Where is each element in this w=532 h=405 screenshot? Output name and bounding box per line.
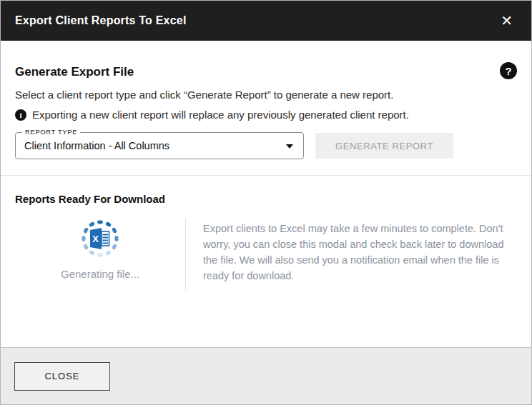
close-icon[interactable]: ✕	[496, 11, 517, 31]
generate-report-button[interactable]: GENERATE REPORT	[315, 133, 453, 159]
excel-loading-spinner-icon: X	[81, 219, 119, 258]
export-message: Export clients to Excel may take a few m…	[203, 218, 511, 291]
report-type-value: Client Information - All Columns	[24, 140, 169, 151]
help-icon[interactable]: ?	[500, 62, 517, 79]
report-type-label: REPORT TYPE	[22, 128, 80, 136]
generate-export-section: Generate Export File ? Select a client r…	[1, 41, 531, 159]
generate-export-heading: Generate Export File	[15, 62, 134, 79]
modal-title: Export Client Reports To Excel	[15, 14, 187, 27]
svg-text:X: X	[92, 234, 99, 244]
modal-header: Export Client Reports To Excel ✕	[1, 1, 531, 41]
generating-status-text: Generating file...	[61, 268, 139, 280]
reports-download-section: Reports Ready For Download	[1, 176, 531, 291]
vertical-divider	[185, 218, 186, 291]
chevron-down-icon	[286, 144, 293, 149]
generate-description: Select a client report type and click “G…	[15, 89, 517, 101]
modal-body: Generate Export File ? Select a client r…	[1, 41, 531, 347]
info-icon: i	[15, 109, 26, 121]
modal-footer: CLOSE	[1, 347, 531, 404]
reports-ready-heading: Reports Ready For Download	[15, 193, 517, 205]
excel-file-icon: X	[90, 228, 109, 249]
report-type-select[interactable]: REPORT TYPE Client Information - All Col…	[15, 132, 304, 159]
info-note-row: i Exporting a new client report will rep…	[15, 109, 517, 121]
export-client-reports-modal: Export Client Reports To Excel ✕ Generat…	[0, 0, 532, 405]
close-button[interactable]: CLOSE	[14, 362, 110, 391]
info-note-text: Exporting a new client report will repla…	[32, 109, 409, 121]
